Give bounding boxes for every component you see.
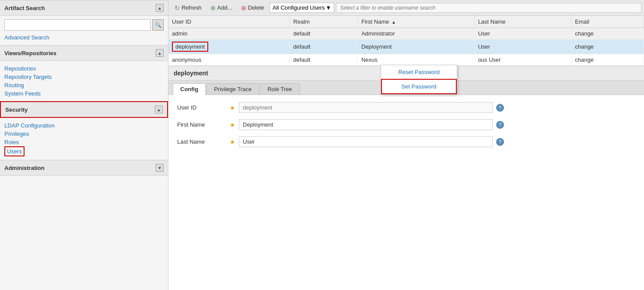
- cell-first-name: Deployment: [357, 39, 474, 54]
- sidebar: Artifact Search ▲ 🔍 Advanced Search View…: [0, 0, 168, 290]
- ldap-config-link[interactable]: LDAP Configuration: [4, 121, 164, 130]
- tab-config[interactable]: Config: [173, 83, 206, 95]
- table-header-row: User ID Realm First Name ▲ Last Name Ema…: [168, 16, 644, 28]
- cell-last-name: User: [474, 39, 571, 54]
- reset-password-menu-item[interactable]: Reset Password: [381, 65, 457, 79]
- last-name-help-icon[interactable]: ?: [496, 138, 504, 146]
- first-name-help-icon[interactable]: ?: [496, 121, 504, 129]
- cell-email: change: [571, 28, 644, 39]
- filter-input[interactable]: [336, 3, 641, 13]
- repository-targets-link[interactable]: Repository Targets: [4, 73, 164, 81]
- cell-last-name: ous User: [474, 54, 571, 66]
- col-user-id: User ID: [168, 16, 290, 28]
- views-repos-header: Views/Repositories ▲: [0, 45, 168, 61]
- refresh-button[interactable]: ↻ Refresh: [171, 3, 205, 13]
- add-icon: ⊕: [210, 4, 216, 11]
- security-collapse[interactable]: ▲: [155, 106, 163, 113]
- add-label: Add...: [217, 4, 232, 11]
- col-email: Email: [571, 16, 644, 28]
- sort-arrow-icon: ▲: [392, 20, 396, 25]
- users-table-area: User ID Realm First Name ▲ Last Name Ema…: [168, 16, 644, 66]
- delete-button[interactable]: ⊖ Delete: [238, 3, 268, 13]
- cell-user-id: anonymous: [168, 54, 290, 66]
- col-last-name: Last Name: [474, 16, 571, 28]
- all-configured-users-label: All Configured Users: [273, 4, 325, 11]
- dropdown-arrow-icon: ▼: [326, 4, 331, 11]
- set-password-menu-item[interactable]: Set Password: [381, 79, 457, 94]
- detail-form: User ID ★ ? First Name ★ ? Last Name ★ ?: [168, 95, 644, 290]
- search-button[interactable]: 🔍: [152, 19, 164, 31]
- tab-role-tree[interactable]: Role Tree: [260, 83, 299, 95]
- views-repos-collapse[interactable]: ▲: [156, 49, 164, 57]
- search-row: 🔍: [4, 19, 164, 31]
- artifact-search-label: Artifact Search: [4, 5, 45, 11]
- roles-link[interactable]: Roles: [4, 138, 164, 146]
- required-star-icon: ★: [230, 104, 235, 111]
- user-id-help-icon[interactable]: ?: [496, 104, 504, 112]
- user-id-input[interactable]: [239, 102, 493, 113]
- first-name-row: First Name ★ ?: [177, 119, 635, 130]
- artifact-search-content: 🔍 Advanced Search: [0, 16, 168, 45]
- cell-user-id: admin: [168, 28, 290, 39]
- security-header: Security ▲: [0, 101, 168, 118]
- refresh-label: Refresh: [182, 4, 202, 11]
- views-repos-content: Repositories Repository Targets Routing …: [0, 61, 168, 101]
- security-label: Security: [5, 106, 28, 113]
- privileges-link[interactable]: Privileges: [4, 130, 164, 138]
- context-menu: Reset Password Set Password: [381, 65, 457, 95]
- repositories-link[interactable]: Repositories: [4, 64, 164, 73]
- required-star-icon: ★: [230, 138, 235, 145]
- table-row[interactable]: deployment default Deployment User chang…: [168, 39, 644, 54]
- cell-first-name: Administrator: [357, 28, 474, 39]
- delete-icon: ⊖: [241, 4, 246, 11]
- artifact-search-collapse[interactable]: ▲: [156, 4, 164, 12]
- add-button[interactable]: ⊕ Add...: [207, 3, 236, 13]
- delete-label: Delete: [248, 4, 265, 11]
- deployment-user-id-highlighted: deployment: [172, 42, 208, 52]
- detail-panel: deployment Config Privilege Trace Role T…: [168, 66, 644, 290]
- col-realm: Realm: [290, 16, 358, 28]
- first-name-label: First Name: [177, 121, 230, 128]
- table-row[interactable]: anonymous default Nexus ous User change: [168, 54, 644, 66]
- security-content: LDAP Configuration Privileges Roles User…: [0, 118, 168, 160]
- cell-email: change: [571, 54, 644, 66]
- advanced-search-link[interactable]: Advanced Search: [4, 33, 164, 42]
- administration-label: Administration: [4, 165, 45, 171]
- main-content: ↻ Refresh ⊕ Add... ⊖ Delete All Configur…: [168, 0, 644, 290]
- cell-realm: default: [290, 39, 358, 54]
- system-feeds-link[interactable]: System Feeds: [4, 89, 164, 98]
- views-repos-label: Views/Repositories: [4, 50, 56, 57]
- cell-first-name: Nexus: [357, 54, 474, 66]
- cell-user-id: deployment: [168, 39, 290, 54]
- user-id-row: User ID ★ ?: [177, 102, 635, 113]
- administration-header: Administration ▼: [0, 160, 168, 176]
- refresh-icon: ↻: [175, 4, 180, 11]
- search-input[interactable]: [4, 19, 150, 31]
- cell-realm: default: [290, 54, 358, 66]
- artifact-search-header: Artifact Search ▲: [0, 0, 168, 16]
- tab-privilege-trace[interactable]: Privilege Trace: [206, 83, 259, 95]
- col-first-name: First Name ▲: [357, 16, 474, 28]
- cell-last-name: User: [474, 28, 571, 39]
- all-configured-users-dropdown[interactable]: All Configured Users ▼: [270, 3, 334, 13]
- routing-link[interactable]: Routing: [4, 81, 164, 89]
- administration-collapse[interactable]: ▼: [156, 164, 164, 172]
- cell-realm: default: [290, 28, 358, 39]
- cell-email: change: [571, 39, 644, 54]
- user-id-label: User ID: [177, 104, 230, 111]
- toolbar: ↻ Refresh ⊕ Add... ⊖ Delete All Configur…: [168, 0, 644, 16]
- first-name-input[interactable]: [239, 119, 493, 130]
- users-table: User ID Realm First Name ▲ Last Name Ema…: [168, 16, 644, 66]
- required-star-icon: ★: [230, 121, 235, 128]
- last-name-input[interactable]: [239, 136, 493, 147]
- last-name-row: Last Name ★ ?: [177, 136, 635, 147]
- last-name-label: Last Name: [177, 138, 230, 145]
- table-row[interactable]: admin default Administrator User change: [168, 28, 644, 39]
- users-link[interactable]: Users: [4, 146, 24, 156]
